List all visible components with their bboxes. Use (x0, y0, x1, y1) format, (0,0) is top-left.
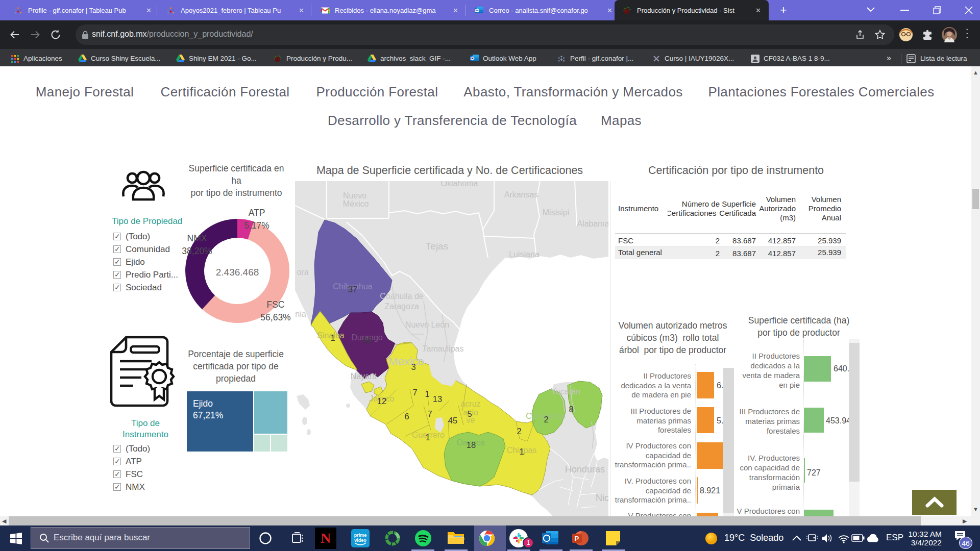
svg-text:Alabama: Alabama (577, 219, 608, 228)
svg-text:45: 45 (448, 416, 457, 425)
svg-text:nia: nia (295, 310, 306, 318)
svg-text:Nic: Nic (596, 493, 608, 503)
svg-text:13: 13 (433, 394, 442, 404)
svg-text:Tejas: Tejas (426, 241, 448, 252)
svg-text:1: 1 (425, 433, 430, 442)
svg-text:18: 18 (467, 440, 476, 449)
svg-text:8: 8 (569, 405, 573, 414)
svg-text:1: 1 (519, 447, 524, 456)
svg-text:Nayarit: Nayarit (351, 372, 377, 381)
svg-text:Yucatán: Yucatán (551, 387, 580, 396)
svg-text:Nuevo: Nuevo (343, 191, 366, 200)
svg-text:3: 3 (411, 362, 415, 371)
svg-text:Zaragoza: Zaragoza (384, 302, 419, 311)
svg-text:Nuevo León: Nuevo León (405, 320, 449, 329)
svg-text:P: P (575, 535, 579, 542)
svg-text:Misisipi: Misisipi (543, 208, 569, 217)
svg-text:80: 80 (363, 336, 372, 345)
svg-text:1: 1 (330, 333, 335, 342)
svg-text:acruz: acruz (460, 399, 480, 408)
svg-text:5: 5 (467, 409, 472, 418)
svg-text:ora: ora (297, 268, 308, 277)
svg-text:Coahuila de: Coahuila de (380, 292, 424, 300)
svg-text:Mexico: Mexico (388, 355, 424, 368)
svg-text:6: 6 (404, 412, 409, 421)
svg-text:37: 37 (348, 285, 357, 294)
svg-text:7: 7 (412, 388, 417, 397)
svg-text:2: 2 (544, 415, 548, 424)
svg-text:Honduras: Honduras (565, 464, 605, 474)
svg-text:Arkansas: Arkansas (504, 190, 538, 199)
svg-text:México: México (343, 199, 369, 208)
svg-text:Oklahoma: Oklahoma (441, 181, 478, 188)
svg-text:7: 7 (427, 409, 432, 418)
svg-text:1: 1 (425, 389, 429, 398)
svg-text:12: 12 (377, 396, 386, 406)
svg-text:Tamaulipas: Tamaulipas (423, 344, 464, 353)
svg-text:Luisiana: Luisiana (509, 250, 540, 259)
svg-text:2: 2 (517, 427, 521, 436)
